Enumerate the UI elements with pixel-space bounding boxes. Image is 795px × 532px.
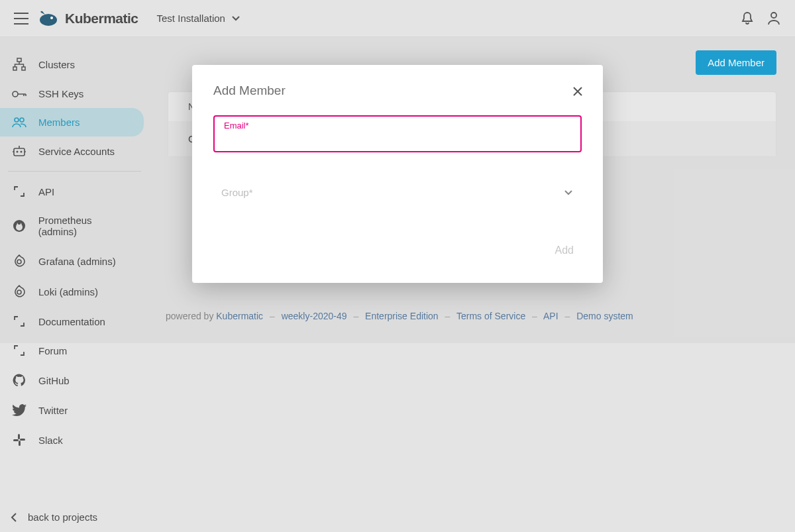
sidebar-link-grafana[interactable]: Grafana (admins) [0,246,144,276]
sidebar-item-ssh-keys[interactable]: SSH Keys [0,80,144,108]
prometheus-icon [13,219,26,233]
brand-name: Kubermatic [65,11,138,27]
sidebar-item-label: SSH Keys [38,88,83,99]
modal-close-button[interactable] [568,82,587,101]
key-icon [12,90,26,98]
sidebar-link-label: Twitter [38,405,68,416]
project-name: Test Installation [157,13,225,24]
sidebar-link-documentation[interactable]: Documentation [0,307,144,336]
modal-title: Add Member [213,83,582,98]
sidebar: Clusters SSH Keys Members Service Accoun… [0,37,149,532]
svg-rect-15 [18,434,20,439]
expand-icon [13,186,25,197]
footer-edition-link[interactable]: Enterprise Edition [365,311,439,321]
footer-demo-link[interactable]: Demo system [576,311,633,321]
sidebar-item-members[interactable]: Members [0,108,144,136]
grafana-icon [13,285,26,298]
svg-point-14 [17,290,21,294]
chevron-down-icon [564,190,572,195]
sidebar-link-loki[interactable]: Loki (admins) [0,276,144,307]
sidebar-link-github[interactable]: GitHub [0,365,144,396]
slack-icon [13,433,26,447]
twitter-icon [12,404,26,416]
sidebar-link-prometheus[interactable]: Prometheus (admins) [0,206,144,246]
svg-point-0 [40,14,57,26]
top-bar: Kubermatic Test Installation [0,0,795,37]
svg-point-2 [771,13,776,18]
svg-rect-5 [22,67,25,70]
project-selector[interactable]: Test Installation [157,13,240,24]
svg-point-10 [17,151,19,153]
user-icon [767,11,780,26]
svg-point-6 [13,91,18,97]
footer-kubermatic-link[interactable]: Kubermatic [216,311,263,321]
svg-rect-3 [17,58,21,62]
email-label: Email* [221,121,252,131]
sidebar-link-forum[interactable]: Forum [0,336,144,365]
svg-point-13 [17,260,21,264]
svg-rect-17 [19,441,21,446]
svg-point-8 [20,118,24,122]
sidebar-link-label: GitHub [38,375,70,386]
grafana-icon [13,254,26,268]
kubermatic-logo-icon [37,9,60,28]
svg-rect-16 [13,439,19,441]
group-label: Group* [221,187,253,198]
svg-point-1 [50,17,53,19]
sidebar-item-label: Clusters [38,59,75,70]
footer-api-link[interactable]: API [543,311,558,321]
sidebar-link-label: Prometheus (admins) [38,215,132,237]
hierarchy-icon [13,58,26,71]
back-to-projects[interactable]: back to projects [0,502,149,532]
expand-icon [13,315,25,327]
chevron-down-icon [232,16,240,21]
sidebar-link-label: Documentation [38,316,105,327]
sidebar-item-label: Members [38,117,80,128]
footer-version-link[interactable]: weekly-2020-49 [282,311,347,321]
email-input[interactable]: Email* [213,115,582,152]
sidebar-link-label: API [38,186,54,197]
expand-icon [13,345,25,356]
svg-rect-9 [14,148,25,156]
sidebar-link-twitter[interactable]: Twitter [0,396,144,425]
footer: powered by Kubermatic – weekly-2020-49 –… [166,311,795,321]
people-icon [12,117,26,128]
sidebar-item-label: Service Accounts [38,146,115,157]
bell-icon [741,11,754,26]
powered-by-prefix: powered by [166,311,216,321]
svg-point-7 [15,118,19,122]
sidebar-item-service-accounts[interactable]: Service Accounts [0,136,144,166]
menu-button[interactable] [8,5,34,32]
brand[interactable]: Kubermatic [37,9,138,28]
notifications-button[interactable] [734,5,761,32]
robot-icon [12,145,26,157]
sidebar-link-label: Loki (admins) [38,286,98,297]
sidebar-link-api[interactable]: API [0,177,144,206]
hamburger-icon [14,13,28,25]
chevron-left-icon [11,513,17,522]
sidebar-divider [8,171,141,172]
svg-rect-4 [13,67,17,70]
close-icon [572,86,583,97]
sidebar-link-label: Grafana (admins) [38,256,116,267]
svg-rect-18 [20,439,25,441]
modal-add-button[interactable]: Add [547,239,582,262]
sidebar-link-slack[interactable]: Slack [0,425,144,455]
add-member-button[interactable]: Add Member [696,50,776,75]
footer-tos-link[interactable]: Terms of Service [456,311,525,321]
back-label: back to projects [28,511,97,523]
group-select[interactable]: Group* [213,187,582,203]
sidebar-link-label: Slack [38,435,63,446]
sidebar-item-clusters[interactable]: Clusters [0,49,144,80]
sidebar-link-label: Forum [38,345,67,356]
svg-point-11 [21,151,23,153]
github-icon [13,374,26,387]
email-field-wrapper: Email* [213,115,582,152]
user-menu-button[interactable] [761,5,787,32]
add-member-modal: Add Member Email* Group* Add [192,65,603,283]
